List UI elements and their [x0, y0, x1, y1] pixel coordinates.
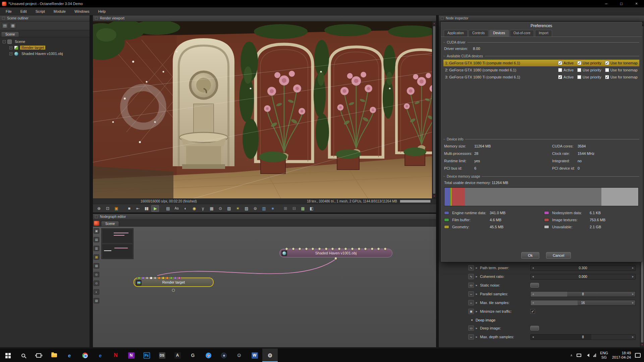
background-mode-icon[interactable]: ▨ — [243, 205, 250, 212]
use-for-tonemap-checkbox[interactable] — [605, 61, 609, 65]
nodegraph-header[interactable]: Nodegraph editor — [93, 214, 436, 220]
paste-render-state-icon[interactable]: ⊟ — [290, 205, 298, 212]
node-pin[interactable] — [292, 247, 295, 250]
taskbar-chrome[interactable] — [77, 349, 93, 362]
maximize-button[interactable]: □ — [614, 0, 629, 7]
node-pin[interactable] — [138, 277, 141, 280]
start-button[interactable] — [0, 349, 15, 362]
taskbar-daz-studio[interactable]: DS — [154, 349, 170, 362]
taskbar-octane-render[interactable]: ⚙ — [262, 349, 278, 362]
node-pin[interactable] — [331, 247, 334, 250]
active-checkbox[interactable] — [558, 75, 562, 79]
render-viewport[interactable] — [93, 21, 432, 198]
node-inspector-header[interactable]: Node inspector — [439, 15, 644, 21]
use-priority-checkbox[interactable] — [577, 68, 581, 72]
palette-camera-icon[interactable]: ⊙ — [94, 281, 99, 286]
palette-medium-icon[interactable]: ◎ — [94, 272, 99, 277]
expand-arrow-icon[interactable]: ► — [475, 293, 479, 296]
node-pin[interactable] — [384, 247, 387, 250]
node-pin[interactable] — [358, 247, 361, 250]
white-balance-icon[interactable]: ◉ — [190, 205, 198, 212]
taskbar-word[interactable]: W — [247, 349, 262, 362]
curve-param-icon[interactable]: ∿ — [468, 274, 474, 279]
checkbox-param-icon[interactable]: ▣ — [468, 309, 474, 314]
toggle-param-icon[interactable]: ▭ — [468, 283, 474, 288]
copy-render-state-icon[interactable]: ⊞ — [281, 205, 289, 212]
stop-render-icon[interactable]: ■ — [125, 205, 133, 212]
scene-outliner-tab-scene[interactable]: Scene — [1, 32, 19, 37]
minimize-net-traffic-checkbox[interactable]: ✓ — [530, 309, 535, 314]
color-picker-icon[interactable]: ⊙ — [216, 205, 224, 212]
cuda-device-row-2[interactable]: 2: GeForce GTX 1080 (compute model 6.1) … — [443, 67, 639, 73]
nodegraph-tab-scene[interactable]: Scene — [101, 221, 119, 226]
minimize-button[interactable]: – — [599, 0, 614, 7]
parallel-samples-slider[interactable]: ◄8► — [530, 291, 636, 297]
expand-tree-icon[interactable]: ▤ — [2, 23, 8, 28]
network-icon[interactable] — [577, 354, 581, 357]
taskbar-steam[interactable] — [216, 349, 231, 362]
node-pin[interactable] — [150, 277, 153, 280]
node-pin[interactable] — [142, 277, 145, 280]
tab-devices[interactable]: Devices — [489, 30, 509, 37]
render-target-node[interactable]: Render target — [133, 278, 214, 287]
deep-image-toggle[interactable] — [530, 326, 539, 330]
action-center-icon[interactable] — [635, 353, 641, 358]
node-pin[interactable] — [174, 277, 177, 280]
tab-import[interactable]: Import — [535, 30, 552, 37]
use-for-tonemap-checkbox[interactable] — [605, 68, 609, 72]
expand-icon[interactable]: + — [9, 46, 12, 49]
tab-controls[interactable]: Controls — [469, 30, 488, 37]
curve-param-icon[interactable]: ∿ — [468, 265, 474, 270]
active-checkbox[interactable] — [558, 68, 562, 72]
taskbar-photoshop[interactable]: Ps — [139, 349, 154, 362]
scroll-down-icon[interactable]: ▼ — [432, 194, 436, 198]
render-viewport-header[interactable]: Render viewport — [93, 15, 436, 21]
node-pin[interactable] — [178, 277, 181, 280]
cuda-device-row-3[interactable]: 3: GeForce GTX 1080 Ti (compute model 6.… — [443, 74, 639, 80]
palette-render-target-icon[interactable]: ▣ — [94, 228, 99, 234]
menu-file[interactable]: File — [1, 8, 16, 15]
region-render-icon[interactable]: ▦ — [208, 205, 215, 212]
ok-button[interactable]: Ok — [521, 252, 539, 259]
static-noise-toggle[interactable] — [530, 283, 539, 288]
node-pin[interactable] — [351, 247, 354, 250]
scrollbar-thumb[interactable] — [433, 26, 435, 194]
use-priority-checkbox[interactable] — [577, 75, 581, 79]
menu-help[interactable]: Help — [94, 8, 110, 15]
palette-geometry-icon[interactable]: ▤ — [94, 237, 99, 242]
slider-param-icon[interactable]: ↔ — [468, 334, 474, 340]
search-button[interactable] — [15, 349, 31, 362]
daylight-sun-icon[interactable]: ☀ — [234, 205, 241, 212]
tab-application[interactable]: Application — [444, 30, 468, 37]
node-pin[interactable] — [364, 247, 367, 250]
taskbar-edge-beta[interactable]: e — [93, 349, 108, 362]
mesh-node[interactable]: Shaded Haven v1001.obj — [279, 249, 392, 257]
scroll-down-icon[interactable]: ▼ — [640, 343, 644, 347]
node-pin[interactable] — [170, 277, 173, 280]
max-depth-samples-slider[interactable]: ◄8► — [530, 334, 636, 340]
node-pin[interactable] — [162, 277, 165, 280]
scene-outliner-header[interactable]: Scene outliner — [0, 15, 90, 21]
text-overlay-icon[interactable]: Aa — [173, 205, 180, 212]
nodegraph-scene-icon[interactable] — [94, 221, 99, 226]
gamma-icon[interactable]: γ — [199, 205, 207, 212]
node-pin[interactable] — [305, 247, 308, 250]
toggle-param-icon[interactable]: ▭ — [468, 325, 474, 331]
node-pin[interactable] — [344, 247, 347, 250]
cooling-icon[interactable]: ∗ — [269, 205, 276, 212]
expand-arrow-icon[interactable]: ► — [475, 336, 479, 339]
tree-row-render-target[interactable]: + Render target — [0, 45, 90, 51]
node-pin[interactable] — [371, 247, 374, 250]
node-preview-1[interactable] — [102, 229, 132, 243]
collapse-triangle-icon[interactable]: ▼ — [471, 319, 473, 322]
expand-arrow-icon[interactable]: ► — [475, 327, 479, 330]
node-pin[interactable] — [158, 277, 161, 280]
tray-overflow-icon[interactable]: ∧ — [570, 354, 573, 357]
language-indicator[interactable]: ENGSG — [600, 351, 608, 360]
taskbar-onenote[interactable]: N — [123, 349, 139, 362]
menu-script[interactable]: Script — [31, 8, 49, 15]
materials-cube-icon[interactable]: ▣ — [112, 205, 120, 212]
collapse-tree-icon[interactable]: ▦ — [10, 23, 16, 28]
focus-picker-icon[interactable]: ⊕ — [95, 205, 103, 212]
pause-render-icon[interactable]: ▮▮ — [143, 205, 150, 212]
